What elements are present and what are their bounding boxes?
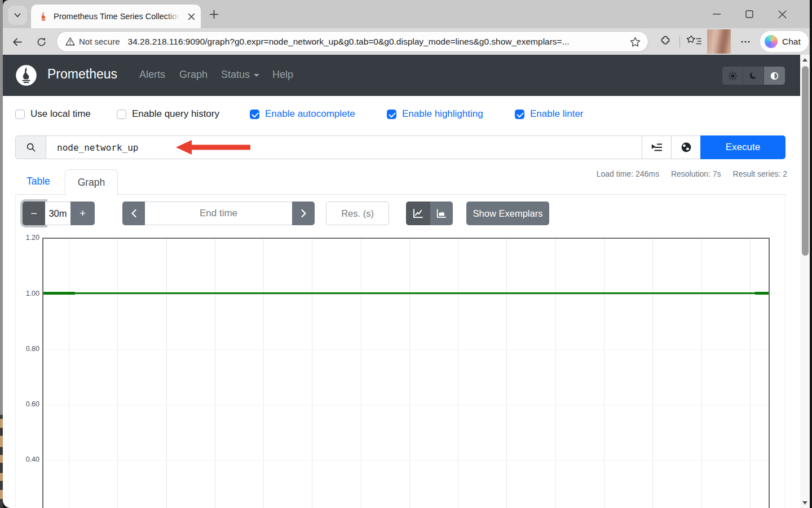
- back-button[interactable]: [10, 35, 24, 49]
- copilot-chat-button[interactable]: Chat: [760, 31, 809, 52]
- option-autocomplete[interactable]: Enable autocomplete: [250, 108, 355, 120]
- copilot-chat-label: Chat: [782, 37, 801, 47]
- tab-search-button[interactable]: [8, 6, 27, 25]
- back-arrow-icon: [11, 36, 23, 48]
- v-gridline: [263, 239, 264, 508]
- maximize-button[interactable]: [733, 0, 766, 28]
- time-back-button[interactable]: [122, 202, 145, 225]
- close-window-button[interactable]: [766, 0, 798, 28]
- plot-area[interactable]: [42, 238, 770, 508]
- checkbox[interactable]: [387, 110, 396, 119]
- url-text: 34.28.218.116:9090/graph?g0.expr=node_ne…: [128, 37, 570, 47]
- query-input-group: Execute: [15, 135, 785, 159]
- h-gridline: [43, 349, 769, 350]
- v-gridline: [409, 239, 410, 508]
- screen: Prometheus Time Series Collection: [0, 0, 812, 508]
- tab-graph[interactable]: Graph: [65, 169, 118, 195]
- v-gridline: [215, 239, 215, 508]
- tab-close-button[interactable]: [186, 11, 197, 22]
- option-label: Enable linter: [530, 108, 584, 120]
- series-line: [43, 292, 769, 294]
- resolution: Resolution: 7s: [671, 169, 721, 178]
- option-query-history[interactable]: Enable query history: [117, 108, 219, 120]
- range-input[interactable]: [45, 202, 70, 225]
- moon-icon: [749, 71, 758, 80]
- execute-button[interactable]: Execute: [700, 135, 785, 159]
- h-gridline: [43, 294, 769, 295]
- theme-toggle-group: [722, 67, 785, 85]
- checkbox[interactable]: [117, 110, 126, 119]
- nav-status[interactable]: Status: [221, 69, 259, 81]
- prometheus-logo: [15, 64, 37, 86]
- load-time: Load time: 246ms: [597, 169, 659, 178]
- v-gridline: [652, 239, 653, 508]
- end-time-input[interactable]: [145, 202, 292, 225]
- show-exemplars-button[interactable]: Show Exemplars: [466, 202, 549, 225]
- nav-graph[interactable]: Graph: [179, 69, 208, 81]
- v-gridline: [361, 239, 361, 508]
- nav-help[interactable]: Help: [272, 69, 293, 81]
- theme-dark-button[interactable]: [743, 67, 764, 85]
- chevron-left-icon: [131, 209, 137, 218]
- caret-down-icon: [254, 74, 259, 77]
- resolution-input[interactable]: [326, 202, 389, 225]
- ellipsis-icon: [740, 37, 751, 47]
- scrollbar-thumb[interactable]: [802, 66, 809, 256]
- option-label: Enable autocomplete: [265, 108, 355, 120]
- range-decrease-button[interactable]: −: [23, 202, 45, 225]
- page-scrollbar[interactable]: [800, 55, 810, 508]
- series-line-overlap-left: [43, 292, 75, 295]
- y-tick: 1.00: [17, 290, 39, 297]
- refresh-icon: [36, 37, 47, 47]
- v-gridline: [312, 239, 312, 508]
- option-use-local-time[interactable]: Use local time: [15, 108, 91, 120]
- prometheus-favicon: [38, 11, 48, 21]
- series-line-overlap-right: [755, 292, 769, 295]
- theme-light-button[interactable]: [722, 67, 743, 85]
- v-gridline: [604, 239, 604, 508]
- security-label: Not secure: [79, 37, 120, 46]
- theme-auto-button[interactable]: [764, 67, 785, 85]
- favorite-star-icon[interactable]: [629, 36, 641, 48]
- window-controls: [700, 0, 798, 28]
- checkbox[interactable]: [515, 110, 524, 119]
- option-highlighting[interactable]: Enable highlighting: [387, 108, 483, 120]
- address-bar[interactable]: Not secure 34.28.218.116:9090/graph?g0.e…: [56, 31, 648, 52]
- scroll-down-icon[interactable]: [802, 501, 807, 505]
- line-chart-toggle[interactable]: [406, 202, 430, 225]
- tab-table[interactable]: Table: [27, 176, 50, 187]
- option-linter[interactable]: Enable linter: [515, 108, 584, 120]
- search-icon: [26, 142, 36, 152]
- y-tick: 0.80: [17, 345, 39, 353]
- checkbox[interactable]: [15, 110, 25, 119]
- query-expression-input[interactable]: [46, 135, 642, 159]
- range-increase-button[interactable]: +: [70, 202, 95, 225]
- query-search-prefix: [15, 135, 46, 159]
- checkbox[interactable]: [250, 110, 259, 119]
- result-series: Result series: 2: [733, 169, 787, 178]
- nav-alerts[interactable]: Alerts: [139, 69, 165, 81]
- browser-toolbar: Not secure 34.28.218.116:9090/graph?g0.e…: [3, 28, 810, 55]
- minimize-icon: [712, 9, 722, 19]
- v-gridline: [69, 239, 69, 508]
- browser-tab[interactable]: Prometheus Time Series Collection: [31, 5, 201, 28]
- option-label: Enable query history: [132, 108, 219, 120]
- prometheus-navbar: Prometheus Alerts Graph Status Help: [3, 55, 800, 96]
- refresh-button[interactable]: [34, 35, 48, 49]
- profile-avatar[interactable]: [707, 29, 731, 54]
- prometheus-brand[interactable]: Prometheus: [47, 67, 117, 82]
- copilot-logo-icon: [765, 35, 778, 48]
- browser-essentials-icon[interactable]: [658, 34, 673, 49]
- metrics-explorer-button[interactable]: [671, 135, 700, 159]
- time-forward-button[interactable]: [292, 202, 315, 225]
- settings-more-button[interactable]: [739, 35, 752, 49]
- chevron-down-icon: [13, 11, 22, 20]
- stacked-chart-toggle[interactable]: [430, 202, 453, 225]
- format-expression-button[interactable]: [642, 135, 671, 159]
- minimize-button[interactable]: [700, 0, 733, 28]
- scroll-up-icon[interactable]: [802, 58, 807, 62]
- favorites-hub-icon[interactable]: [686, 34, 703, 49]
- v-gridline: [117, 239, 118, 508]
- new-tab-button[interactable]: [206, 6, 222, 22]
- stacked-chart-icon: [436, 208, 447, 219]
